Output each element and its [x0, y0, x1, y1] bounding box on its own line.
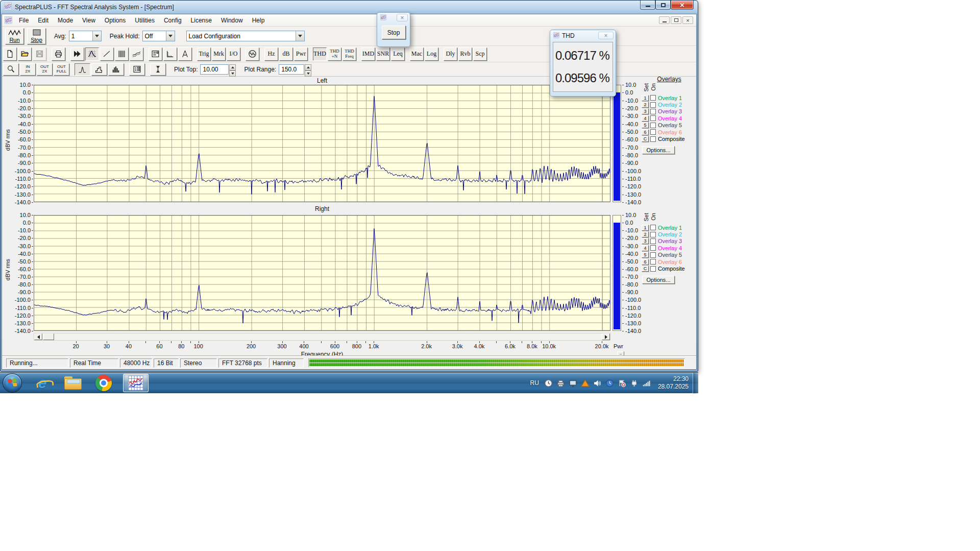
peak-hold-dropdown-arrow[interactable] — [166, 31, 175, 41]
menu-config[interactable]: Config — [159, 14, 186, 26]
open-file[interactable] — [18, 47, 32, 61]
markers[interactable]: Mrk — [212, 47, 226, 61]
overlay-on-checkbox-c[interactable] — [650, 136, 656, 142]
zoom[interactable] — [3, 63, 19, 76]
plot-top-spinner[interactable] — [229, 64, 236, 75]
display-settings[interactable] — [149, 47, 162, 61]
tray-timer-icon[interactable] — [544, 379, 553, 388]
menu-mode[interactable]: Mode — [53, 14, 78, 26]
auto-scale[interactable] — [150, 63, 166, 76]
child-close-button[interactable]: × — [682, 16, 693, 24]
overlay-set-button-2[interactable]: 2 — [642, 231, 649, 237]
menu-view[interactable]: View — [78, 14, 100, 26]
overlay-on-checkbox-5[interactable] — [650, 123, 656, 128]
thd[interactable]: THD — [313, 47, 327, 61]
overlays-options-button-right[interactable]: Options... — [642, 276, 675, 284]
scrollbar-thumb[interactable] — [43, 333, 54, 340]
overlay-on-checkbox-1[interactable] — [650, 95, 656, 101]
overlay-on-checkbox-6[interactable] — [650, 259, 656, 265]
leq[interactable]: Leq — [391, 47, 405, 61]
overlay-set-button-4[interactable]: 4 — [642, 245, 649, 251]
menu-utilities[interactable]: Utilities — [130, 14, 159, 26]
stop-button[interactable]: Stop — [27, 28, 46, 44]
tray-action-center-icon[interactable] — [618, 379, 626, 388]
overlay-set-button-3[interactable]: 3 — [642, 238, 649, 244]
snr[interactable]: SNR — [376, 47, 390, 61]
thd-window-titlebar[interactable]: THD × — [550, 30, 616, 41]
menu-edit[interactable]: Edit — [33, 14, 53, 26]
logging[interactable]: Log — [425, 47, 438, 61]
fast-forward[interactable] — [70, 47, 84, 61]
overlay-on-checkbox-4[interactable] — [650, 245, 656, 251]
avg-select[interactable]: 1 — [69, 31, 102, 41]
scrollbar-right-arrow[interactable] — [602, 333, 610, 340]
show-desktop-button[interactable] — [693, 373, 698, 394]
ruler[interactable] — [163, 47, 177, 61]
new-file[interactable] — [3, 47, 17, 61]
overlay-set-button-6[interactable]: 6 — [642, 259, 649, 265]
thd-plus-n[interactable]: THD+N — [328, 47, 341, 61]
bar-display[interactable] — [108, 63, 124, 76]
overlay-on-checkbox-3[interactable] — [650, 238, 656, 244]
load-configuration-dropdown-arrow[interactable] — [296, 31, 304, 41]
reverb[interactable]: Rvb — [458, 47, 472, 61]
stop-window-close-button[interactable]: × — [397, 14, 408, 21]
spectrum-plot-left[interactable] — [34, 85, 610, 202]
plot-top-input[interactable]: 10.00 — [200, 64, 229, 75]
overlay-set-button-5[interactable]: 5 — [642, 252, 649, 258]
trigger[interactable]: Trig — [197, 47, 211, 61]
taskbar-ie-button[interactable]: e — [32, 373, 53, 393]
run-button[interactable]: Run — [5, 28, 24, 44]
zoom-out-full[interactable]: OUTFULL — [54, 63, 69, 76]
menu-window[interactable]: Window — [216, 14, 248, 26]
menu-options[interactable]: Options — [100, 14, 130, 26]
menu-help[interactable]: Help — [248, 14, 270, 26]
taskbar-spectraplus-button[interactable] — [123, 374, 149, 392]
zoom-in-2x[interactable]: IN2X — [20, 63, 36, 76]
tray-display-icon[interactable] — [569, 379, 577, 388]
step-display[interactable] — [91, 63, 107, 76]
save-file[interactable] — [33, 47, 46, 61]
surface-view[interactable] — [130, 47, 143, 61]
child-restore-button[interactable] — [671, 16, 681, 24]
overlay-set-button-5[interactable]: 5 — [642, 122, 649, 128]
calipers[interactable] — [178, 47, 192, 61]
signal-generator[interactable] — [246, 47, 259, 61]
stop-recording-button[interactable]: Stop — [382, 26, 406, 39]
tray-alert-triangle-icon[interactable] — [581, 379, 590, 388]
delay[interactable]: Dly — [444, 47, 457, 61]
tray-volume-icon[interactable] — [593, 379, 602, 388]
scope[interactable]: Scp — [473, 47, 487, 61]
menu-file[interactable]: File — [14, 14, 33, 26]
title-bar[interactable]: SpectraPLUS - FFT Spectral Analysis Syst… — [1, 1, 698, 14]
db-units[interactable]: dB — [279, 47, 293, 61]
tray-language-indicator[interactable]: RU — [530, 379, 539, 387]
plot-range-spinner[interactable] — [305, 64, 311, 75]
close-button[interactable]: × — [671, 1, 694, 10]
avg-dropdown-arrow[interactable] — [92, 31, 101, 41]
spectrum-plot-right[interactable] — [34, 215, 610, 331]
overlay-set-button-1[interactable]: 1 — [642, 225, 649, 231]
child-minimize-button[interactable] — [659, 16, 670, 24]
overlay-on-checkbox-1[interactable] — [650, 225, 656, 230]
taskbar-chrome-button[interactable] — [93, 373, 114, 393]
io-device[interactable]: I/O — [227, 47, 240, 61]
overlay-on-checkbox-c[interactable] — [650, 266, 656, 272]
hz-units[interactable]: Hz — [264, 47, 278, 61]
thd-freq[interactable]: THDFreq — [342, 47, 356, 61]
tray-printer-icon[interactable] — [556, 379, 565, 388]
overlay-set-button-1[interactable]: 1 — [642, 95, 649, 101]
tray-network-icon[interactable] — [642, 379, 651, 388]
overlay-on-checkbox-3[interactable] — [650, 109, 656, 114]
overlay-on-checkbox-5[interactable] — [650, 252, 656, 258]
peak-display[interactable] — [75, 63, 90, 76]
print[interactable] — [52, 47, 65, 61]
peak-hold-select[interactable]: Off — [142, 31, 175, 41]
maximize-button[interactable] — [655, 1, 671, 10]
overlay-set-button-4[interactable]: 4 — [642, 115, 649, 122]
tray-clock[interactable]: 22:30 28.07.2025 — [658, 375, 689, 391]
overlay-set-button-2[interactable]: 2 — [642, 102, 649, 108]
overlay-set-button-6[interactable]: 6 — [642, 129, 649, 135]
stop-mini-window-titlebar[interactable]: × — [377, 13, 410, 22]
tray-power-icon[interactable] — [630, 379, 639, 388]
